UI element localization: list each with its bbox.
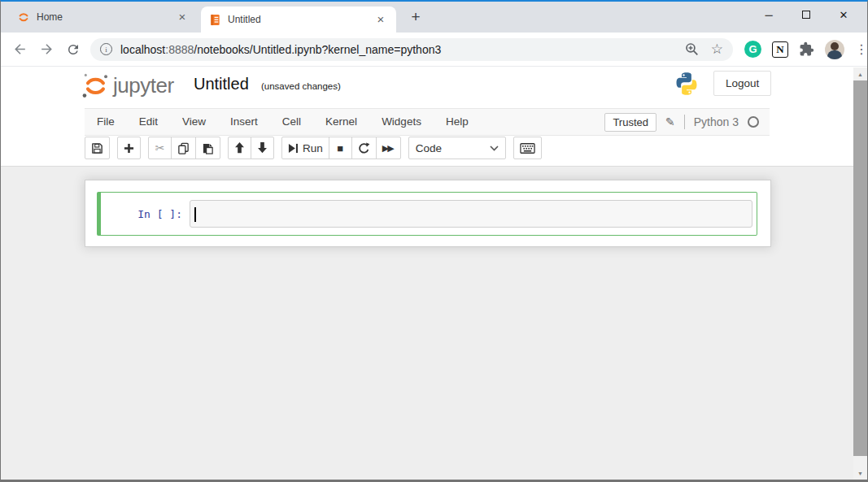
menu-insert[interactable]: Insert: [218, 109, 270, 135]
menu-kernel[interactable]: Kernel: [313, 109, 369, 135]
jupyter-logo-icon: [81, 71, 110, 100]
input-prompt: In [ ]:: [105, 208, 190, 220]
cut-cell-button[interactable]: ✂: [148, 137, 172, 159]
cell-type-value: Code: [416, 142, 490, 154]
checkpoint-status: (unsaved changes): [261, 81, 341, 91]
profile-avatar[interactable]: [825, 40, 844, 59]
url-host: localhost: [120, 43, 165, 56]
jupyter-page: jupyter Untitled (unsaved changes) Logou…: [1, 67, 867, 480]
copy-icon: [177, 142, 190, 154]
scrollbar-thumb[interactable]: [853, 80, 867, 456]
kernel-indicator-area: Trusted ✎ Python 3: [604, 113, 770, 132]
command-palette-button[interactable]: [513, 137, 542, 159]
run-button[interactable]: Run: [281, 137, 329, 159]
paste-cell-button[interactable]: [195, 137, 220, 159]
maximize-icon: [802, 11, 810, 19]
browser-window: Home × Untitled × + ─ ✕: [0, 0, 868, 482]
browser-menu-icon[interactable]: ⋮: [855, 41, 868, 57]
menu-file[interactable]: File: [85, 109, 127, 135]
trusted-button[interactable]: Trusted: [604, 113, 656, 132]
nav-buttons: [1, 41, 90, 57]
jupyter-logo-text: jupyter: [113, 71, 174, 100]
jupyter-logo[interactable]: jupyter: [81, 71, 174, 100]
url-port: :8888: [165, 43, 194, 56]
address-bar: i localhost:8888/notebooks/Untitled.ipyn…: [1, 33, 867, 67]
run-icon: [288, 143, 299, 154]
forward-icon[interactable]: [39, 41, 55, 57]
menu-view[interactable]: View: [170, 109, 218, 135]
menu-widgets[interactable]: Widgets: [369, 109, 434, 135]
window-controls: ─ ✕: [750, 2, 862, 28]
scrollbar-up-arrow[interactable]: ▲: [853, 67, 867, 80]
notebook-title[interactable]: Untitled: [194, 75, 249, 93]
code-cell-input[interactable]: [190, 200, 752, 228]
edit-title-pencil-icon[interactable]: ✎: [665, 115, 675, 128]
copy-cell-button[interactable]: [171, 137, 196, 159]
menu-cell[interactable]: Cell: [270, 109, 313, 135]
text-cursor: [194, 207, 196, 222]
notion-extension-icon[interactable]: N: [772, 41, 788, 58]
maximize-button[interactable]: [787, 2, 825, 28]
code-cell[interactable]: In [ ]:: [97, 192, 757, 236]
restart-kernel-button[interactable]: [351, 137, 377, 159]
notebook-body: In [ ]:: [1, 166, 853, 480]
tab-close-icon[interactable]: ×: [175, 10, 190, 24]
back-icon[interactable]: [12, 41, 28, 57]
notebook-toolbar: ✂: [85, 137, 542, 166]
close-button[interactable]: ✕: [825, 2, 862, 28]
save-button[interactable]: [85, 137, 110, 159]
move-cell-down-button[interactable]: [251, 137, 274, 159]
notebook-icon: [209, 14, 221, 26]
fast-forward-icon: ▶▶: [382, 143, 395, 154]
grammarly-extension-icon[interactable]: G: [744, 41, 761, 58]
plus-icon: [124, 143, 134, 154]
scrollbar-down-arrow[interactable]: ▼: [853, 467, 867, 480]
arrow-down-icon: [257, 142, 268, 154]
paste-icon: [202, 142, 214, 154]
logout-button[interactable]: Logout: [713, 71, 771, 96]
menu-help[interactable]: Help: [434, 109, 481, 135]
extensions-puzzle-icon[interactable]: [799, 41, 814, 57]
interrupt-kernel-button[interactable]: ■: [329, 137, 352, 159]
move-group: [228, 137, 274, 159]
tab-strip: Home × Untitled × + ─ ✕: [1, 2, 867, 33]
cell-type-select[interactable]: Code: [408, 137, 506, 159]
insert-cell-button[interactable]: [117, 137, 141, 159]
url-bar[interactable]: i localhost:8888/notebooks/Untitled.ipyn…: [90, 38, 733, 61]
zoom-icon[interactable]: [685, 42, 700, 57]
divider: [684, 115, 685, 129]
tab-title: Untitled: [228, 14, 367, 25]
move-cell-up-button[interactable]: [228, 137, 251, 159]
scissors-icon: ✂: [155, 141, 165, 154]
kernel-idle-icon: [748, 116, 759, 128]
save-icon: [91, 142, 103, 154]
tab-title: Home: [37, 11, 168, 23]
notebook-header: jupyter Untitled (unsaved changes) Logou…: [1, 67, 867, 107]
new-tab-button[interactable]: +: [406, 8, 425, 28]
restart-run-all-button[interactable]: ▶▶: [376, 137, 401, 159]
run-label: Run: [303, 142, 323, 154]
menu-edit[interactable]: Edit: [127, 109, 170, 135]
url-path: /notebooks/Untitled.ipynb?kernel_name=py…: [194, 43, 441, 56]
bookmark-star-icon[interactable]: ☆: [711, 41, 723, 58]
menu-bar: File Edit View Insert Cell Kernel Widget…: [85, 108, 770, 136]
tab-untitled[interactable]: Untitled ×: [201, 7, 396, 33]
tab-home[interactable]: Home ×: [9, 2, 198, 33]
logout-label: Logout: [726, 77, 759, 89]
page-scrollbar[interactable]: ▲ ▼: [853, 67, 867, 480]
edit-group: ✂: [148, 137, 220, 159]
keyboard-icon: [520, 143, 535, 154]
minimize-button[interactable]: ─: [750, 2, 787, 28]
extensions-row: G N ⋮: [733, 40, 868, 59]
reload-icon[interactable]: [66, 42, 81, 57]
arrow-up-icon: [234, 142, 245, 154]
notebook-container: In [ ]:: [85, 180, 771, 247]
site-info-icon[interactable]: i: [100, 43, 112, 55]
jupyter-favicon: [17, 11, 30, 24]
restart-icon: [358, 142, 370, 154]
tab-close-icon[interactable]: ×: [373, 12, 388, 27]
run-group: Run ■ ▶▶: [281, 137, 401, 159]
kernel-name-label: Python 3: [694, 115, 739, 128]
chevron-down-icon: [490, 145, 499, 151]
omnibox-actions: ☆: [685, 41, 723, 58]
